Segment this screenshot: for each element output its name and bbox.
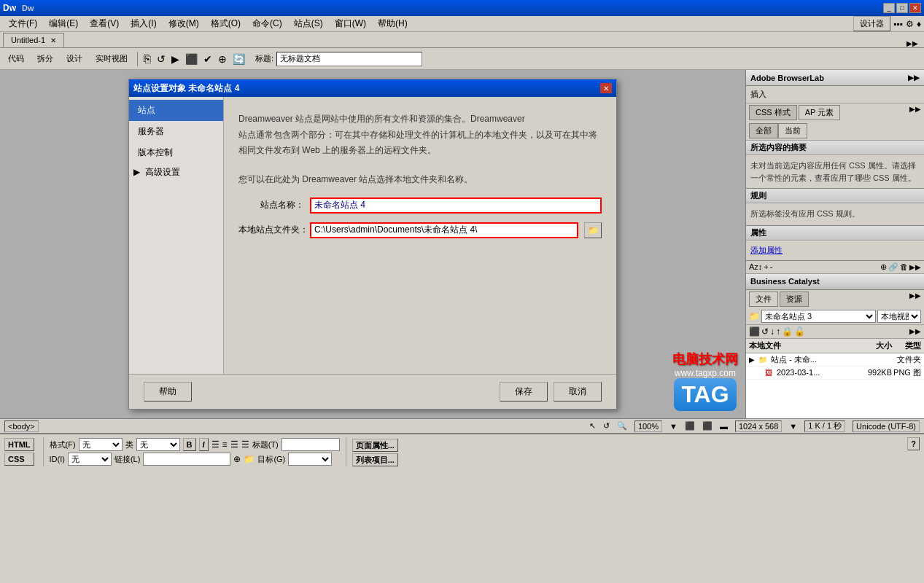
upload-icon[interactable]: ↑ [776,326,780,337]
panel-tool-3[interactable]: ⊕ [880,262,887,272]
status-icon-5[interactable]: ▬ [720,422,728,431]
zoom-dropdown[interactable]: ▼ [669,422,678,431]
class-select[interactable]: 无 [136,438,180,451]
maximize-button[interactable]: □ [896,3,908,13]
tab-close-button[interactable]: ✕ [50,36,56,44]
code-view-button[interactable]: 代码 [3,51,29,66]
page-title-input[interactable] [276,52,422,66]
html-properties-button[interactable]: HTML [4,438,34,451]
view-select[interactable]: 本地视图 [877,310,921,323]
panel-tool-1[interactable]: + [764,262,768,271]
site-name-input[interactable] [310,197,602,214]
link-icon[interactable]: ⊕ [233,454,241,464]
dialog-cancel-button[interactable]: 取消 [554,382,602,402]
dialog-sidebar-server[interactable]: 服务器 [129,121,223,142]
menu-item-modify[interactable]: 修改(M) [163,16,205,31]
local-folder-input[interactable] [310,222,578,238]
menu-item-help[interactable]: 帮助(H) [372,16,414,31]
panel-tool-4[interactable]: 🔗 [888,262,898,272]
list-item-button[interactable]: 列表项目... [352,453,398,466]
dialog-sidebar-site[interactable]: 站点 [129,100,223,121]
toolbar-icon-2[interactable]: ⚙ [906,19,914,29]
live-view-button[interactable]: 实时视图 [90,51,133,66]
link-input[interactable] [143,453,230,466]
sort-icon[interactable]: Az↕ [749,262,762,271]
dialog-help-button[interactable]: 帮助 [144,382,192,402]
download-icon[interactable]: ↓ [770,326,774,337]
zoom-indicator[interactable]: 100% [634,420,662,432]
menu-item-view[interactable]: 查看(V) [84,16,125,31]
css-properties-button[interactable]: CSS [4,453,34,466]
panel-options-btn[interactable]: ▶▶ [909,105,921,120]
connect-icon[interactable]: ⬛ [749,326,760,337]
menu-item-format[interactable]: 格式(O) [205,16,246,31]
toolbar-icon-copy[interactable]: ⎘ [142,52,152,66]
toolbar-icon-reload[interactable]: 🔄 [231,53,246,65]
folder-link-icon[interactable]: 📁 [244,454,255,464]
bc-options-btn[interactable]: ▶▶ [909,292,921,307]
ap-elements-tab[interactable]: AP 元素 [799,105,841,120]
toolbar-icon-refresh[interactable]: ↺ [155,53,167,65]
files-tab[interactable]: 文件 [749,292,778,307]
check-out-icon[interactable]: 🔒 [782,326,793,337]
file-options-btn[interactable]: ▶▶ [909,327,921,335]
menu-item-command[interactable]: 命令(C) [246,16,288,31]
check-in-icon[interactable]: 🔓 [794,326,805,337]
menu-item-site[interactable]: 站点(S) [288,16,329,31]
status-icon-search[interactable]: 🔍 [617,421,627,431]
add-property-link[interactable]: 添加属性 [750,246,783,254]
css-styles-tab[interactable]: CSS 样式 [749,105,797,120]
align-right-icon[interactable]: ☰ [230,439,238,450]
status-icon-2[interactable]: ↺ [603,421,610,431]
panel-collapse-right[interactable]: ▶▶ [906,39,918,47]
target-select[interactable] [288,453,332,466]
status-icon-3[interactable]: ⬛ [685,421,695,431]
file-type-1: 文件夹 [892,354,921,365]
panel-tool-2[interactable]: - [770,262,773,271]
toolbar-icon-3[interactable]: ♦ [917,19,921,29]
split-view-button[interactable]: 拆分 [32,51,58,66]
page-properties-button[interactable]: 页面属性... [352,439,398,452]
title-prop-input[interactable] [282,438,340,451]
all-tab[interactable]: 全部 [749,123,778,138]
dialog-save-button[interactable]: 保存 [500,382,548,402]
align-left-icon[interactable]: ☰ [211,439,220,450]
dialog-close-button[interactable]: ✕ [600,83,612,93]
tag-indicator[interactable]: <body> [4,420,39,432]
panel-options-icon[interactable]: ▶▶ [909,263,921,271]
panel-tool-5[interactable]: 🗑 [900,262,908,271]
toolbar-icon-debug[interactable]: ⬛ [184,53,199,65]
app-logo: Dw [3,3,16,13]
id-select[interactable]: 无 [68,453,112,466]
toolbar-icon-validate[interactable]: ✔ [202,53,214,65]
align-center-icon[interactable]: ≡ [222,439,228,450]
dialog-sidebar-version[interactable]: 版本控制 [129,142,223,163]
format-select[interactable]: 无 [79,438,123,451]
menu-item-window[interactable]: 窗口(W) [329,16,372,31]
menu-item-edit[interactable]: 编辑(E) [43,16,84,31]
status-icon-1[interactable]: ↖ [589,421,596,431]
toolbar-icon-browser[interactable]: ⊕ [217,53,228,65]
minimize-button[interactable]: _ [883,3,895,13]
tab-untitled[interactable]: Untitled-1 ✕ [3,33,64,47]
site-select[interactable]: 未命名站点 3 [761,310,876,323]
folder-browse-button[interactable]: 📁 [584,222,602,238]
properties-help-button[interactable]: ? [907,437,920,450]
table-row[interactable]: 🖼 2023-03-1... 992KB PNG 图 [746,367,924,380]
panel-collapse-btn[interactable]: ▶▶ [908,74,920,82]
design-mode-button[interactable]: 设计器 [853,16,890,31]
refresh-icon[interactable]: ↺ [761,326,769,337]
toolbar-icon-1[interactable]: ▪▪▪ [893,19,903,29]
close-button[interactable]: ✕ [909,3,921,13]
current-tab[interactable]: 当前 [778,123,807,138]
bold-button[interactable]: B [183,438,196,451]
italic-button[interactable]: I [199,438,209,451]
status-icon-4[interactable]: ⬛ [702,421,713,431]
table-row[interactable]: ▶ 📁 站点 - 未命... 文件夹 [746,353,924,367]
assets-tab[interactable]: 资源 [780,292,809,307]
menu-item-insert[interactable]: 插入(I) [125,16,162,31]
toolbar-icon-preview[interactable]: ▶ [170,53,181,65]
menu-item-file[interactable]: 文件(F) [3,16,43,31]
align-justify-icon[interactable]: ☰ [241,439,249,450]
design-view-button[interactable]: 设计 [61,51,88,66]
